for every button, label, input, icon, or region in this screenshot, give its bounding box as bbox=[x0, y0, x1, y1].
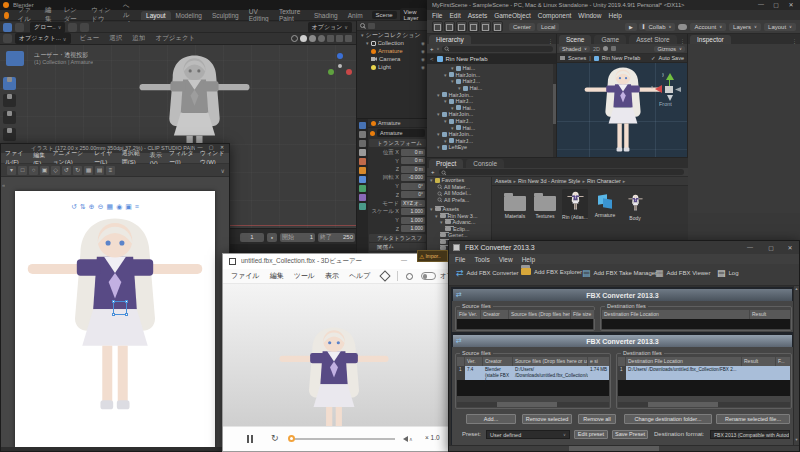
expand-icon[interactable]: ▾ bbox=[440, 219, 443, 225]
child1-titlebar[interactable]: ⇄ FBX Converter 2013.3 bbox=[452, 288, 793, 301]
expand-icon[interactable]: ▾ bbox=[366, 40, 369, 46]
move-tool-icon[interactable] bbox=[444, 21, 455, 32]
scale-tool-icon[interactable] bbox=[468, 21, 479, 32]
pivot-center-button[interactable]: Center bbox=[509, 23, 535, 31]
expand-icon[interactable]: ▾ bbox=[444, 138, 447, 144]
toolbar-more-icon[interactable]: ∨ bbox=[221, 167, 225, 174]
lighting-toggle-icon[interactable] bbox=[603, 46, 608, 51]
props-tab-object-icon[interactable] bbox=[359, 167, 366, 174]
autosave-label[interactable]: Auto Save bbox=[659, 55, 684, 61]
tool-fill-icon[interactable]: ◇ bbox=[51, 166, 60, 175]
col-size[interactable]: File size bbox=[571, 310, 595, 319]
scale-x-field[interactable]: 1.000 bbox=[401, 208, 425, 215]
fbx-hscrollbar[interactable] bbox=[449, 445, 799, 451]
pause-button[interactable] bbox=[247, 435, 253, 443]
dest-table-body[interactable]: 1 D:/Users/ /Downloads/untitled.fbx_Coll… bbox=[618, 366, 790, 396]
col-creator[interactable]: Creator bbox=[483, 357, 513, 366]
pivot-local-button[interactable]: Local bbox=[537, 23, 559, 31]
col-dest-location[interactable]: Destination File Location bbox=[602, 310, 750, 319]
vp-menu-add[interactable]: 追加 bbox=[127, 33, 150, 44]
expand-icon[interactable]: ▾ bbox=[435, 213, 438, 219]
expand-icon[interactable]: ▾ bbox=[430, 177, 433, 183]
close-icon[interactable]: ✕ bbox=[783, 244, 797, 251]
workspace-layout[interactable]: Layout bbox=[141, 11, 171, 20]
gizmo-toggle-icon[interactable] bbox=[336, 35, 343, 42]
breadcrumb-prefab[interactable]: Rin New Prefab bbox=[602, 55, 641, 61]
paint-icon[interactable] bbox=[406, 273, 413, 280]
hierarchy-row[interactable]: ▾HairJoin... bbox=[427, 91, 556, 98]
tool-list-icon[interactable]: ≡ bbox=[106, 166, 115, 175]
minimize-icon[interactable]: — bbox=[743, 244, 757, 250]
3d-cube-icon[interactable] bbox=[379, 270, 390, 281]
dest-format-field[interactable]: FBX 2013 (Compatible with Autodesk 2013 … bbox=[710, 430, 790, 439]
project-tree-row[interactable]: All Prefa... bbox=[427, 197, 491, 204]
delta-transform-section[interactable]: デルタトランスフォーム bbox=[369, 234, 426, 242]
scale-z-field[interactable]: 1.000 bbox=[401, 225, 425, 232]
timeline-slider[interactable] bbox=[291, 438, 395, 440]
expand-icon[interactable]: ▾ bbox=[451, 125, 454, 131]
hierarchy-row[interactable]: ▾Hai... bbox=[427, 65, 556, 72]
play-button[interactable]: ▶ bbox=[625, 23, 637, 31]
tool-lasso-icon[interactable]: ○ bbox=[29, 166, 38, 175]
3d-rotate-icon[interactable]: ↺ bbox=[71, 203, 77, 211]
panel-collapse-icon[interactable]: « bbox=[2, 182, 5, 188]
workspace-sculpting[interactable]: Sculpting bbox=[207, 11, 244, 20]
tool-move-icon[interactable] bbox=[3, 111, 16, 124]
asset-body[interactable]: Body bbox=[622, 192, 648, 221]
menu-tools[interactable]: ツール bbox=[294, 271, 315, 281]
mixed-reality-toggle[interactable] bbox=[421, 272, 436, 280]
panel-menu-icon[interactable]: ⋮ bbox=[680, 38, 685, 44]
breadcrumb-assets[interactable]: Assets bbox=[495, 178, 512, 184]
frame-start-field[interactable]: 開始1 bbox=[280, 233, 315, 242]
playback-speed[interactable]: × 1.0 bbox=[425, 434, 440, 441]
transform-tool-icon[interactable] bbox=[492, 21, 503, 32]
character-model-viewer[interactable] bbox=[277, 324, 391, 426]
mode-dropdown[interactable]: オブジェクト...∨ bbox=[15, 33, 71, 44]
xray-toggle-icon[interactable] bbox=[345, 35, 352, 42]
remove-selected-button[interactable]: Remove selected bbox=[522, 414, 572, 424]
create-plus-button[interactable]: + bbox=[431, 169, 435, 175]
add-fbx-take-manager-button[interactable]: ▤ Add FBX Take Manager bbox=[582, 268, 657, 278]
vp-menu-object[interactable]: オブジェクト bbox=[150, 33, 200, 44]
rotation-z-field[interactable]: 0° bbox=[401, 191, 425, 198]
tab-game[interactable]: Game bbox=[594, 35, 626, 44]
active-tool-icon[interactable] bbox=[3, 23, 12, 32]
menu-file[interactable]: ファイル bbox=[231, 271, 260, 281]
prefab-header-row[interactable]: < Rin New Prefab bbox=[427, 54, 556, 64]
2d-toggle[interactable]: 2D bbox=[593, 46, 600, 52]
tab-scene[interactable]: Scene bbox=[559, 35, 591, 44]
rotate-tool-icon[interactable] bbox=[456, 21, 467, 32]
csp-canvas[interactable]: ↺ ⇅ ⊕ ⊖ ▦ ◉ ▣ ≡ < > ⊖ ⊕ □ ↺ ◔ ⊙ ● ● ● bbox=[15, 191, 215, 449]
menu-tools[interactable]: Tools bbox=[474, 256, 489, 263]
expand-icon[interactable]: ▾ bbox=[437, 92, 440, 98]
expand-icon[interactable]: ▾ bbox=[451, 65, 454, 71]
asset-materials[interactable]: Materials bbox=[502, 192, 528, 219]
tool-rotate-icon[interactable] bbox=[3, 128, 16, 141]
outliner-search-icon[interactable] bbox=[360, 23, 365, 28]
workspace-texturepaint[interactable]: Texture Paint bbox=[274, 7, 309, 23]
menu-assets[interactable]: Assets bbox=[468, 12, 488, 19]
cloud-icon[interactable] bbox=[678, 24, 687, 30]
3d-target-icon[interactable]: ◉ bbox=[116, 203, 122, 211]
menu-help[interactable]: Help bbox=[522, 256, 535, 263]
location-y-field[interactable]: 0 m bbox=[401, 157, 425, 164]
3d-selection-box[interactable] bbox=[113, 301, 127, 315]
scene-axis-gizmo[interactable]: y x bbox=[655, 73, 681, 99]
menu-file[interactable]: File bbox=[432, 12, 442, 19]
source-hscrollbar[interactable] bbox=[457, 402, 609, 407]
outliner-armature[interactable]: Armature ◉ bbox=[357, 47, 427, 55]
collab-dropdown[interactable]: Collab∨ bbox=[645, 23, 676, 31]
workspace-uvediting[interactable]: UV Editing bbox=[244, 7, 274, 23]
expand-icon[interactable]: ▾ bbox=[437, 144, 440, 150]
expand-icon[interactable]: ▾ bbox=[444, 118, 447, 124]
col-source[interactable]: Source files (Drop files here or use < A… bbox=[509, 310, 571, 319]
breadcrumb-scenes[interactable]: Scenes bbox=[568, 55, 586, 61]
menu-file[interactable]: File bbox=[455, 256, 465, 263]
hierarchy-row[interactable]: ▾Hai... bbox=[427, 85, 556, 92]
tool-doc-icon[interactable]: ▤ bbox=[95, 166, 104, 175]
hierarchy-row[interactable]: ▾HairJ... bbox=[427, 78, 556, 85]
outliner-filter-icon[interactable] bbox=[368, 23, 375, 29]
rotation-mode-field[interactable]: XYZ オ.. bbox=[401, 200, 425, 207]
volume-icon[interactable] bbox=[403, 436, 408, 442]
project-search-icon[interactable] bbox=[441, 170, 445, 174]
